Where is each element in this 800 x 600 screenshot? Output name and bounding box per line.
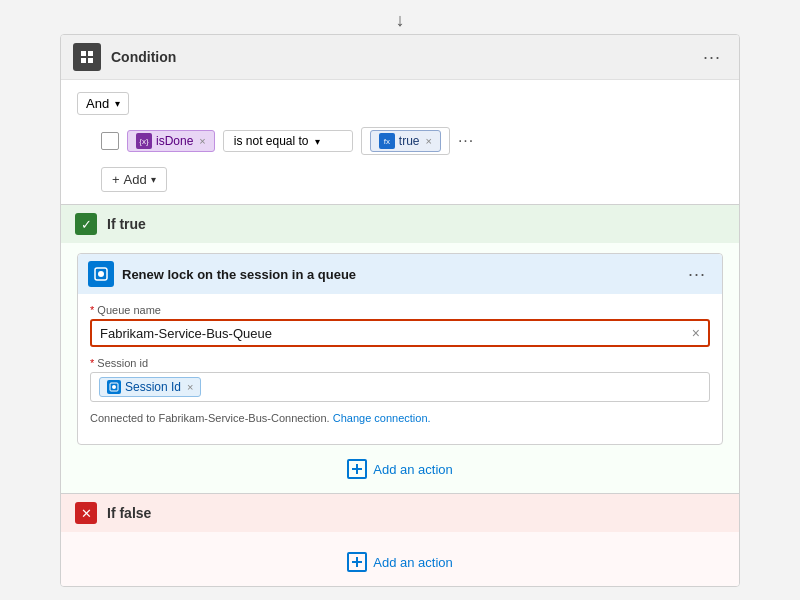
action-ellipsis-button[interactable]: ··· (682, 262, 712, 287)
x-icon: ✕ (75, 502, 97, 524)
if-false-title: If false (107, 505, 151, 521)
if-false-section: ✕ If false Add an action (61, 494, 739, 586)
add-action-icon-true (347, 459, 367, 479)
queue-name-label: * Queue name (90, 304, 710, 316)
session-id-label: * Session id (90, 357, 710, 369)
queue-name-field[interactable]: Fabrikam-Service-Bus-Queue × (90, 319, 710, 347)
condition-row: {x} isDone × is not equal to ▾ fx (101, 127, 723, 155)
condition-block: Condition ··· And ▾ {x} (61, 35, 739, 205)
operator-dropdown[interactable]: is not equal to ▾ (223, 130, 353, 152)
condition-header: Condition ··· (61, 35, 739, 80)
add-action-button-true[interactable]: Add an action (337, 455, 463, 483)
flow-arrow: ↓ (390, 10, 410, 30)
svg-point-5 (98, 271, 104, 277)
condition-ellipsis-button[interactable]: ··· (697, 45, 727, 70)
svg-point-7 (112, 385, 116, 389)
operator-chevron-icon: ▾ (315, 136, 320, 147)
add-action-button-false[interactable]: Add an action (337, 548, 463, 576)
main-container: Condition ··· And ▾ {x} (60, 34, 740, 587)
condition-header-left: Condition (73, 43, 176, 71)
condition-row-ellipsis[interactable]: ··· (458, 132, 474, 150)
condition-body: And ▾ {x} isDone × is not equal to (61, 80, 739, 204)
condition-title: Condition (111, 49, 176, 65)
plus-icon: + (112, 172, 120, 187)
isdone-tag: {x} isDone × (127, 130, 215, 152)
true-tag-icon: fx (379, 133, 395, 149)
if-false-header: ✕ If false (61, 494, 739, 532)
isdone-close-button[interactable]: × (199, 135, 205, 147)
session-id-close-button[interactable]: × (187, 381, 193, 393)
condition-icon (73, 43, 101, 71)
condition-checkbox[interactable] (101, 132, 119, 150)
and-dropdown[interactable]: And ▾ (77, 92, 129, 115)
add-action-row-true: Add an action (77, 455, 723, 483)
session-id-tag: Session Id × (99, 377, 201, 397)
queue-name-clear-button[interactable]: × (692, 325, 700, 341)
svg-rect-1 (88, 51, 93, 56)
action-card: Renew lock on the session in a queue ···… (77, 253, 723, 445)
true-close-button[interactable]: × (425, 135, 431, 147)
change-connection-link[interactable]: Change connection. (333, 412, 431, 424)
if-true-header: ✓ If true (61, 205, 739, 243)
and-chevron-icon: ▾ (115, 98, 120, 109)
canvas: ↓ Condition ··· (0, 0, 800, 600)
add-button[interactable]: + Add ▾ (101, 167, 167, 192)
svg-rect-2 (81, 58, 86, 63)
add-action-icon-false (347, 552, 367, 572)
connection-info: Connected to Fabrikam-Service-Bus-Connec… (90, 412, 710, 424)
add-row: + Add ▾ (101, 167, 723, 192)
action-card-header-left: Renew lock on the session in a queue (88, 261, 356, 287)
if-true-title: If true (107, 216, 146, 232)
svg-rect-0 (81, 51, 86, 56)
session-tag-icon (107, 380, 121, 394)
check-icon: ✓ (75, 213, 97, 235)
if-false-body: Add an action (61, 532, 739, 586)
if-true-body: Renew lock on the session in a queue ···… (61, 243, 739, 493)
add-chevron-icon: ▾ (151, 174, 156, 185)
if-true-section: ✓ If true Renew lock on the s (61, 205, 739, 494)
action-card-header: Renew lock on the session in a queue ··· (78, 254, 722, 294)
true-value-box: fx true × (361, 127, 450, 155)
action-title: Renew lock on the session in a queue (122, 267, 356, 282)
action-card-body: * Queue name Fabrikam-Service-Bus-Queue … (78, 294, 722, 444)
isdone-tag-icon: {x} (136, 133, 152, 149)
session-id-field[interactable]: Session Id × (90, 372, 710, 402)
true-tag: fx true × (370, 130, 441, 152)
action-service-bus-icon (88, 261, 114, 287)
and-row: And ▾ (77, 92, 723, 115)
add-action-row-false: Add an action (77, 548, 723, 576)
svg-rect-3 (88, 58, 93, 63)
queue-name-value: Fabrikam-Service-Bus-Queue (100, 326, 692, 341)
